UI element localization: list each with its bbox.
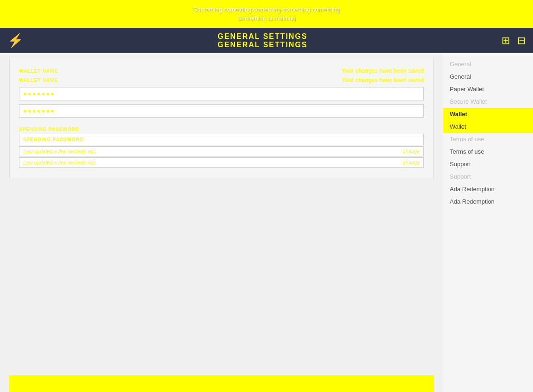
settings-icon[interactable]: ⊟: [517, 35, 526, 47]
header-title-2: GENERAL SETTINGS: [217, 41, 307, 49]
content-area: WALLET NAME Your changes have been saved…: [0, 53, 443, 392]
main-layout: WALLET NAME Your changes have been saved…: [0, 53, 533, 392]
change-row-2: Last updated a few seconds ago change: [19, 157, 424, 168]
save-button[interactable]: [9, 375, 434, 392]
sidebar-item-general[interactable]: General: [443, 70, 533, 83]
spending-label-1: SPENDING PASSWORD: [19, 127, 424, 132]
sidebar-item-wallet-active2[interactable]: Wallet: [443, 120, 533, 133]
header-icons: ⊞ ⊟: [502, 35, 526, 47]
sidebar: General General Paper Wallet Secure Wall…: [443, 53, 533, 392]
spending-input-wrapper: SPENDING PASSWORD: [19, 134, 424, 145]
logo-icon: ⚡: [7, 33, 24, 48]
sidebar-item-ada-redemption[interactable]: Ada Redemption: [443, 183, 533, 195]
wallet-name-label-2: WALLET NAME: [19, 78, 58, 83]
wallet-name-input-2[interactable]: [19, 104, 424, 118]
change-row-1: Last updated a few seconds ago change: [19, 146, 424, 156]
sidebar-item-paper-wallet[interactable]: Paper Wallet: [443, 83, 533, 95]
change-link-1[interactable]: change: [403, 149, 420, 154]
spending-section: SPENDING PASSWORD SPENDING PASSWORD Last…: [19, 127, 424, 168]
banner-text-line1: Something something something something …: [193, 5, 340, 14]
sidebar-item-general-ghost[interactable]: General: [443, 58, 533, 70]
sidebar-item-ada-redemption-2[interactable]: Ada Redemption: [443, 195, 533, 208]
save-message-2: Your changes have been saved: [341, 77, 424, 83]
sidebar-item-terms[interactable]: Terms of use: [443, 145, 533, 158]
sidebar-item-support[interactable]: Support: [443, 158, 533, 170]
sidebar-item-terms-ghost[interactable]: Terms of use: [443, 133, 533, 145]
wallet-name-input-1[interactable]: [19, 87, 424, 100]
last-updated-1: Last updated a few seconds ago: [23, 149, 96, 154]
change-link-2[interactable]: change: [403, 160, 420, 165]
top-banner: Something something something something …: [0, 0, 533, 28]
save-message-1: Your changes have been saved: [341, 68, 424, 74]
sidebar-item-support-ghost[interactable]: Support: [443, 170, 533, 183]
sidebar-item-wallet-active[interactable]: Wallet: [443, 108, 533, 120]
banner-text-line2: Something something: [237, 14, 296, 23]
header-title-area: GENERAL SETTINGS GENERAL SETTINGS: [217, 32, 307, 49]
logo: ⚡: [7, 33, 24, 48]
header: ⚡ GENERAL SETTINGS GENERAL SETTINGS ⊞ ⊟: [0, 28, 533, 53]
wallet-name-label-1: WALLET NAME: [19, 68, 58, 74]
wallet-icon[interactable]: ⊞: [502, 35, 510, 47]
form-container: WALLET NAME Your changes have been saved…: [9, 58, 434, 178]
last-updated-2: Last updated a few seconds ago: [23, 160, 96, 165]
sidebar-item-secure-wallet[interactable]: Secure Wallet: [443, 95, 533, 108]
spending-input-label-2: SPENDING PASSWORD: [23, 137, 420, 142]
header-title-1: GENERAL SETTINGS: [217, 32, 307, 41]
